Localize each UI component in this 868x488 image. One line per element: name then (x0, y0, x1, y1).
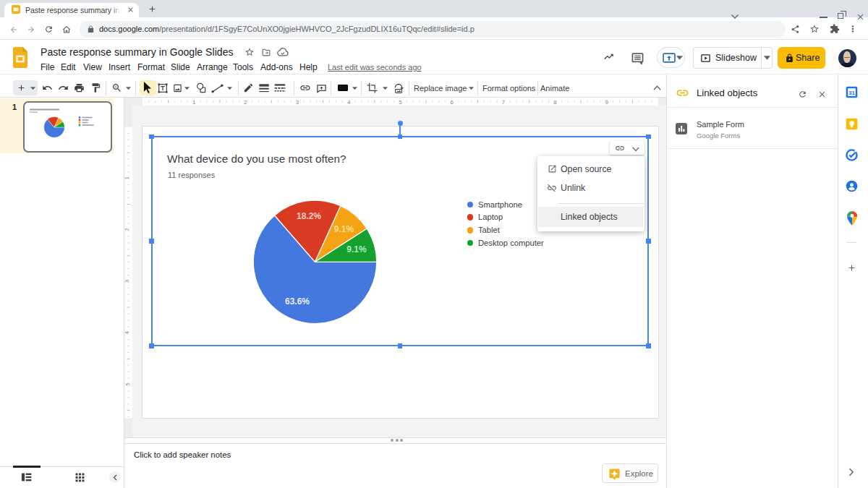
svg-text:7: 7 (502, 99, 506, 106)
svg-text:6: 6 (451, 99, 454, 106)
svg-text:3: 3 (296, 99, 299, 106)
svg-text:1: 1 (124, 176, 131, 180)
svg-text:8: 8 (553, 99, 557, 106)
svg-text:9.1%: 9.1% (346, 244, 367, 254)
svg-text:3: 3 (124, 279, 131, 283)
svg-text:5: 5 (124, 382, 131, 386)
svg-text:4: 4 (124, 330, 131, 334)
svg-text:31: 31 (848, 90, 855, 96)
svg-text:1: 1 (192, 99, 196, 106)
svg-text:9.1%: 9.1% (334, 224, 354, 234)
svg-text:2: 2 (124, 228, 131, 231)
svg-text:18.2%: 18.2% (297, 211, 321, 221)
svg-text:5: 5 (399, 99, 402, 106)
svg-text:9: 9 (605, 99, 608, 106)
svg-text:4: 4 (347, 99, 351, 106)
svg-text:2: 2 (244, 99, 247, 106)
svg-text:63.6%: 63.6% (285, 296, 310, 307)
